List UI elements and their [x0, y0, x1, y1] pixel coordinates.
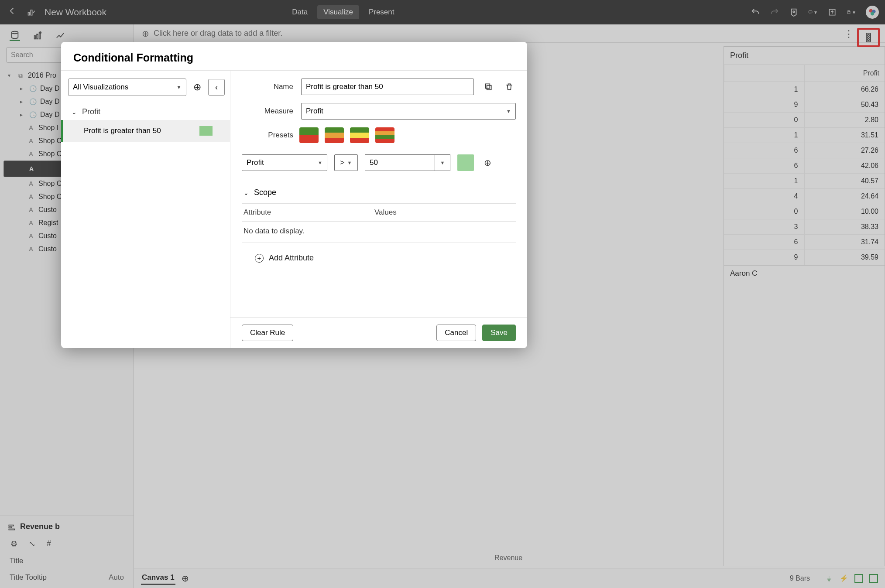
add-attribute-button[interactable]: + Add Attribute — [242, 243, 516, 263]
preset-2color[interactable] — [299, 127, 319, 143]
condition-operator-select[interactable]: > ▼ — [334, 154, 358, 171]
measure-select[interactable]: Profit ▼ — [301, 103, 516, 120]
scope-label: Scope — [254, 188, 276, 197]
chevron-down-icon: ▼ — [347, 160, 352, 165]
svg-rect-22 — [485, 84, 490, 88]
condition-field-select[interactable]: Profit ▼ — [242, 154, 327, 171]
save-button[interactable]: Save — [482, 325, 516, 341]
measure-group-header[interactable]: ⌄ Profit — [61, 101, 230, 120]
conditional-formatting-modal: Conditional Formatting All Visualization… — [61, 42, 527, 348]
measure-select-value: Profit — [306, 107, 323, 116]
chevron-down-icon: ▼ — [318, 160, 322, 165]
rule-item[interactable]: Profit is greater than 50 — [61, 120, 230, 142]
scope-col-values: Values — [374, 208, 397, 217]
add-rule-icon[interactable]: ⊕ — [191, 81, 204, 94]
rule-label: Profit is greater than 50 — [84, 126, 161, 135]
modal-title: Conditional Formatting — [61, 42, 527, 70]
scope-col-attribute: Attribute — [244, 208, 374, 217]
condition-value-dropdown[interactable]: ▼ — [435, 154, 450, 171]
condition-row: Profit ▼ > ▼ ▼ ⊕ — [242, 154, 516, 171]
preset-4color[interactable] — [375, 127, 394, 143]
measure-group-label: Profit — [82, 107, 100, 116]
add-condition-icon[interactable]: ⊕ — [481, 156, 494, 169]
scope-header[interactable]: ⌄ Scope — [242, 185, 516, 203]
presets-label: Presets — [242, 131, 293, 140]
measure-label: Measure — [242, 107, 293, 116]
preset-3color-b[interactable] — [350, 127, 369, 143]
cancel-button[interactable]: Cancel — [436, 325, 476, 341]
scope-table: Attribute Values No data to display. — [242, 203, 516, 243]
duplicate-icon[interactable] — [482, 80, 495, 93]
chevron-down-icon: ⌄ — [244, 189, 249, 196]
rule-name-input[interactable] — [301, 79, 474, 95]
condition-color-swatch[interactable] — [457, 154, 474, 171]
condition-value-input[interactable] — [365, 154, 435, 171]
svg-rect-21 — [487, 85, 491, 90]
condition-operator-value: > — [340, 158, 345, 167]
condition-field-value: Profit — [247, 158, 264, 167]
collapse-left-icon[interactable]: ‹ — [208, 79, 225, 96]
scope-empty: No data to display. — [242, 221, 516, 243]
modal-footer: Clear Rule Cancel Save — [230, 317, 527, 348]
delete-icon[interactable] — [503, 80, 516, 93]
rule-color-swatch — [199, 126, 213, 136]
visualization-select-label: All Visualizations — [73, 83, 128, 92]
preset-3color-a[interactable] — [325, 127, 344, 143]
chevron-down-icon: ▼ — [506, 109, 511, 114]
condition-value-wrap: ▼ — [365, 154, 450, 171]
visualization-select[interactable]: All Visualizations ▼ — [68, 79, 186, 96]
chevron-down-icon: ▼ — [176, 84, 182, 90]
modal-left-pane: All Visualizations ▼ ⊕ ‹ ⌄ Profit Profit… — [61, 71, 230, 348]
plus-icon: + — [255, 254, 264, 263]
clear-rule-button[interactable]: Clear Rule — [242, 325, 293, 341]
modal-right-pane: Name Measure Profit ▼ Presets — [230, 71, 527, 348]
chevron-down-icon: ⌄ — [72, 109, 77, 116]
add-attribute-label: Add Attribute — [269, 253, 314, 263]
name-label: Name — [242, 82, 293, 91]
